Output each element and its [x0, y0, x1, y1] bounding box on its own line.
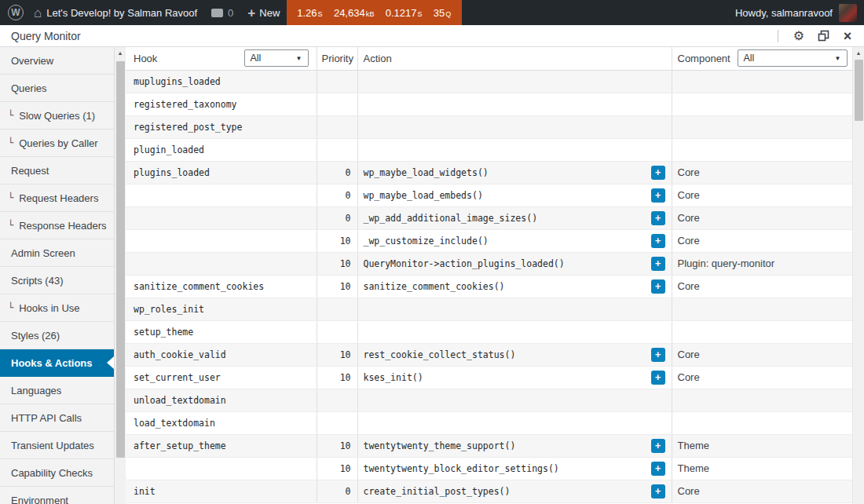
expand-plus-button[interactable]: + [651, 211, 665, 225]
component-cell: Core [672, 206, 852, 229]
priority-cell: 10 [317, 275, 357, 298]
sidebar-item-styles-26[interactable]: Styles (26) [0, 322, 114, 349]
component-cell [672, 93, 852, 115]
component-filter-value: All [744, 53, 755, 64]
expand-plus-button[interactable]: + [651, 462, 665, 476]
action-cell [357, 93, 672, 115]
component-cell [672, 298, 852, 320]
hook-cell: setup_theme [126, 320, 317, 343]
sidebar-item-queries[interactable]: Queries [0, 75, 114, 102]
sidebar-item-overview[interactable]: Overview [0, 47, 114, 75]
expand-plus-button[interactable]: + [651, 439, 665, 453]
priority-cell: 0 [317, 184, 357, 206]
sidebar-item-label: HTTP API Calls [11, 412, 82, 424]
expand-plus-button[interactable]: + [651, 484, 665, 499]
hook-cell: set_current_user [126, 366, 317, 389]
expand-plus-button[interactable]: + [651, 166, 665, 180]
subitem-branch-icon: └ [8, 110, 13, 121]
sidebar-item-admin-screen[interactable]: Admin Screen [0, 239, 114, 267]
hook-filter-value: All [251, 53, 262, 64]
table-header-row: Hook All ▼ Priority Action [126, 47, 852, 70]
expand-plus-button[interactable]: + [651, 371, 665, 385]
sidebar-item-request-headers[interactable]: └Request Headers [0, 184, 114, 212]
priority-cell [317, 298, 357, 320]
hook-cell: registered_taxonomy [126, 93, 317, 115]
sidebar-item-label: Hooks in Use [19, 302, 79, 314]
component-cell: Core [672, 229, 852, 252]
table-row: init0create_initial_post_types()+Core [126, 480, 852, 502]
sidebar-item-response-headers[interactable]: └Response Headers [0, 212, 114, 239]
priority-cell [317, 389, 357, 411]
scroll-up-icon[interactable]: ▲ [115, 47, 126, 59]
qm-stat: 1.26S [297, 7, 323, 19]
priority-cell: 10 [317, 366, 357, 389]
howdy-account-link[interactable]: Howdy, salmanravoof [728, 4, 864, 22]
popout-window-icon[interactable] [815, 27, 832, 45]
sidebar-item-slow-queries-1[interactable]: └Slow Queries (1) [0, 102, 114, 130]
sidebar-item-http-api-calls[interactable]: HTTP API Calls [0, 404, 114, 432]
qm-stat-value: 35 [434, 7, 445, 19]
sidebar-scrollbar[interactable]: ▲ [114, 47, 126, 504]
subitem-branch-icon: └ [8, 302, 13, 313]
sidebar-scrollbar-thumb[interactable] [116, 61, 125, 458]
qm-stat-unit: S [318, 10, 323, 18]
action-name: create_initial_post_types() [364, 486, 511, 497]
expand-plus-button[interactable]: + [651, 279, 665, 294]
qm-admin-bar-stats[interactable]: 1.26S24,634kB0.1217S35Q [287, 0, 461, 25]
sidebar-item-label: Response Headers [19, 220, 106, 232]
settings-gear-icon[interactable]: ⚙ [790, 27, 807, 45]
comments-count: 0 [228, 7, 233, 19]
sidebar-item-label: Scripts (43) [11, 275, 63, 287]
priority-cell: 10 [317, 434, 357, 457]
wordpress-logo-icon[interactable]: W [8, 5, 24, 20]
subitem-branch-icon: └ [8, 220, 13, 231]
close-icon[interactable]: × [839, 27, 856, 45]
comment-bubble-icon [211, 9, 223, 17]
sidebar-item-queries-by-caller[interactable]: └Queries by Caller [0, 130, 114, 157]
hooks-actions-panel: Hook All ▼ Priority Action [126, 47, 852, 504]
expand-plus-button[interactable]: + [651, 348, 665, 362]
subitem-branch-icon: └ [8, 137, 13, 148]
expand-plus-button[interactable]: + [651, 257, 665, 271]
component-cell [672, 70, 852, 93]
sidebar-item-transient-updates[interactable]: Transient Updates [0, 432, 114, 459]
sidebar-item-languages[interactable]: Languages [0, 377, 114, 404]
priority-cell [317, 138, 357, 161]
qm-stat: 24,634kB [334, 7, 375, 19]
column-header-action: Action [357, 47, 672, 70]
sidebar-item-label: Hooks & Actions [11, 357, 93, 369]
component-cell: Plugin: query-monitor [672, 252, 852, 275]
table-scrollbar-thumb[interactable] [855, 60, 863, 121]
expand-plus-button[interactable]: + [651, 188, 665, 203]
action-cell: _wp_customize_include()+ [357, 229, 672, 252]
sidebar-item-scripts-43[interactable]: Scripts (43) [0, 267, 114, 294]
qm-stat: 35Q [434, 7, 452, 19]
site-name-link[interactable]: ⌂ Let's Develop! by Salman Ravoof [27, 0, 204, 25]
hook-cell: after_setup_theme [126, 434, 317, 457]
hook-cell: init [126, 480, 317, 502]
qm-stat-unit: S [418, 10, 423, 18]
component-cell [672, 138, 852, 161]
new-content-link[interactable]: + New [240, 0, 287, 25]
scroll-up-icon[interactable]: ▲ [853, 47, 864, 59]
component-filter-select[interactable]: All ▼ [738, 49, 848, 67]
table-scrollbar[interactable]: ▲ [852, 47, 864, 504]
sidebar-item-hooks-in-use[interactable]: └Hooks in Use [0, 294, 114, 322]
sidebar-item-capability-checks[interactable]: Capability Checks [0, 459, 114, 487]
table-row: registered_post_type [126, 115, 852, 138]
component-cell [672, 320, 852, 343]
expand-plus-button[interactable]: + [651, 234, 665, 248]
comments-link[interactable]: 0 [204, 0, 240, 25]
qm-stat-unit: kB [366, 10, 375, 18]
component-cell: Core [672, 275, 852, 298]
priority-cell: 0 [317, 480, 357, 502]
sidebar-item-label: Queries by Caller [19, 137, 97, 149]
action-cell [357, 298, 672, 320]
sidebar-item-hooks-actions[interactable]: Hooks & Actions [0, 349, 114, 377]
action-name: _wp_add_additional_image_sizes() [364, 213, 538, 224]
chevron-down-icon: ▼ [296, 55, 302, 62]
hook-filter-select[interactable]: All ▼ [244, 49, 309, 67]
qm-stat-value: 0.1217 [386, 7, 417, 19]
sidebar-item-request[interactable]: Request [0, 157, 114, 184]
sidebar-item-environment[interactable]: Environment [0, 487, 114, 504]
